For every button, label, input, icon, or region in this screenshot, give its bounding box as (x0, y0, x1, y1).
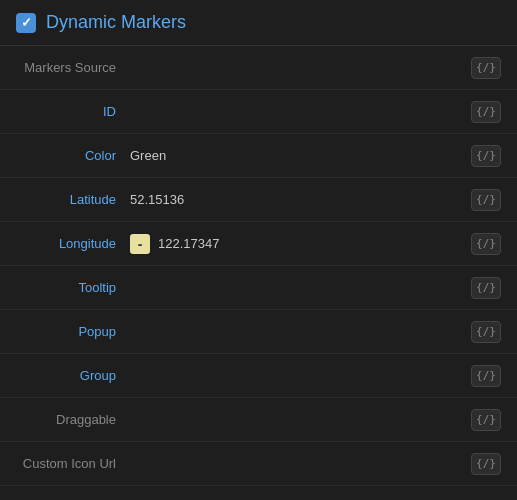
label-group: Group (16, 368, 126, 383)
label-tooltip: Tooltip (16, 280, 126, 295)
row-popup: Popup {/} (0, 310, 517, 354)
row-draggable: Draggable {/} (0, 398, 517, 442)
label-id: ID (16, 104, 126, 119)
label-longitude: Longitude (16, 236, 126, 251)
label-color: Color (16, 148, 126, 163)
label-draggable: Draggable (16, 412, 126, 427)
value-color: Green (126, 148, 471, 163)
check-icon: ✓ (21, 15, 32, 30)
dynamic-btn-popup[interactable]: {/} (471, 321, 501, 343)
dynamic-btn-longitude[interactable]: {/} (471, 233, 501, 255)
label-popup: Popup (16, 324, 126, 339)
dynamic-btn-id[interactable]: {/} (471, 101, 501, 123)
row-latitude: Latitude 52.15136 {/} (0, 178, 517, 222)
label-markers-source: Markers Source (16, 60, 126, 75)
dynamic-btn-draggable[interactable]: {/} (471, 409, 501, 431)
row-id: ID {/} (0, 90, 517, 134)
dynamic-btn-latitude[interactable]: {/} (471, 189, 501, 211)
dynamic-btn-tooltip[interactable]: {/} (471, 277, 501, 299)
value-latitude: 52.15136 (126, 192, 471, 207)
value-longitude: 122.17347 (154, 236, 471, 251)
dynamic-btn-markers-source[interactable]: {/} (471, 57, 501, 79)
dynamic-btn-group[interactable]: {/} (471, 365, 501, 387)
row-group: Group {/} (0, 354, 517, 398)
longitude-minus-badge: - (130, 234, 150, 254)
row-tooltip: Tooltip {/} (0, 266, 517, 310)
row-markers-source: Markers Source {/} (0, 46, 517, 90)
longitude-value-wrap: - 122.17347 (126, 234, 471, 254)
panel-title: Dynamic Markers (46, 12, 186, 33)
main-container: ✓ Dynamic Markers Markers Source {/} ID … (0, 0, 517, 500)
label-latitude: Latitude (16, 192, 126, 207)
dynamic-btn-custom-icon-url[interactable]: {/} (471, 453, 501, 475)
row-longitude: Longitude - 122.17347 {/} (0, 222, 517, 266)
label-custom-icon-url: Custom Icon Url (16, 456, 126, 471)
row-custom-icon-url: Custom Icon Url {/} (0, 442, 517, 486)
dynamic-btn-color[interactable]: {/} (471, 145, 501, 167)
enable-checkbox[interactable]: ✓ (16, 13, 36, 33)
header: ✓ Dynamic Markers (0, 0, 517, 46)
row-color: Color Green {/} (0, 134, 517, 178)
property-rows: Markers Source {/} ID {/} Color Green {/… (0, 46, 517, 500)
